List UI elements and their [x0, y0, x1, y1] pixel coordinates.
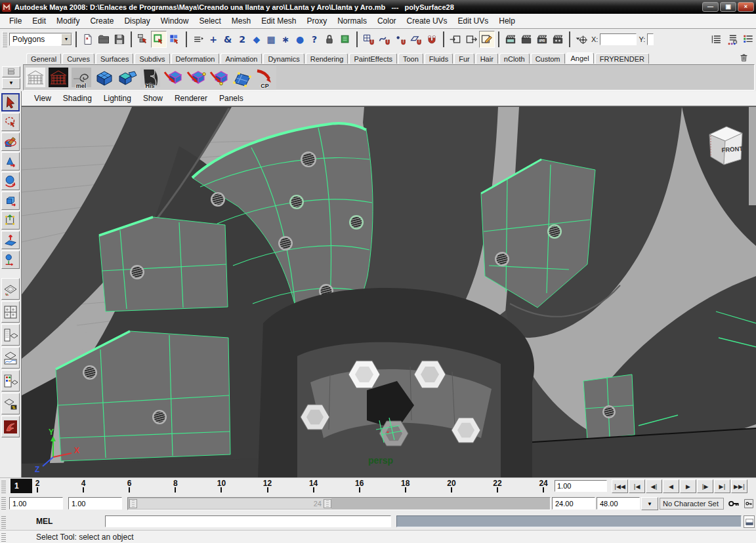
menu-edit[interactable]: Edit	[27, 15, 51, 27]
shelf-tab-general[interactable]: General	[26, 53, 61, 64]
snap-to-grids-button[interactable]	[361, 31, 377, 48]
menu-create[interactable]: Create	[85, 15, 119, 27]
fryrender-tool[interactable]	[1, 416, 20, 437]
save-scene-button[interactable]	[112, 31, 127, 48]
input-field-mode-button[interactable]	[574, 31, 589, 48]
select-by-component-button[interactable]	[167, 31, 182, 48]
animation-start-field[interactable]	[9, 497, 63, 510]
open-scene-button[interactable]	[96, 31, 112, 48]
rotate-tool[interactable]	[1, 172, 20, 190]
set-key-button[interactable]	[726, 496, 742, 511]
shelf-item-mel-script[interactable]: mel	[70, 66, 93, 89]
snap-to-planes-button[interactable]	[408, 31, 424, 48]
mask-points-toggle[interactable]: +	[206, 31, 220, 48]
shelf-tab-dynamics[interactable]: Dynamics	[263, 53, 304, 64]
mask-surfaces-toggle[interactable]: ◆	[249, 31, 264, 48]
shelf-tab-surfaces[interactable]: Surfaces	[96, 53, 133, 64]
shelf-item-architecture-red[interactable]	[47, 66, 70, 89]
selection-mask-menu-button[interactable]	[190, 31, 206, 48]
mask-misc-toggle[interactable]: ?	[307, 31, 322, 48]
menu-create-uvs[interactable]: Create UVs	[402, 15, 453, 27]
time-slider-grip[interactable]	[1, 480, 6, 493]
shelf-item-component-arrow-1[interactable]	[161, 66, 184, 89]
panel-menu-show[interactable]: Show	[137, 92, 169, 104]
mask-handles-toggle[interactable]: &	[220, 31, 235, 48]
mel-command-input[interactable]	[105, 515, 391, 527]
step-forward-key-button[interactable]: |▶	[697, 479, 713, 493]
shelf-selector-button[interactable]	[2, 66, 20, 77]
mask-curves-toggle[interactable]: 2	[235, 31, 249, 48]
select-tool[interactable]	[1, 93, 20, 111]
shelf-item-architecture-outline[interactable]	[24, 66, 47, 89]
y-coordinate-input[interactable]	[647, 33, 654, 45]
menu-modify[interactable]: Modify	[51, 15, 85, 27]
character-set-dropdown-button[interactable]: ▼	[641, 497, 658, 510]
panel-menu-view[interactable]: View	[28, 92, 57, 104]
menu-file[interactable]: File	[4, 15, 27, 27]
snap-to-curves-button[interactable]	[377, 31, 392, 48]
status-line-grip[interactable]	[2, 31, 7, 47]
menu-normals[interactable]: Normals	[332, 15, 372, 27]
panel-menu-panels[interactable]: Panels	[213, 92, 249, 104]
shelf-tab-hair[interactable]: Hair	[476, 53, 498, 64]
chevron-down-icon[interactable]: ▼	[61, 33, 72, 45]
menu-color[interactable]: Color	[372, 15, 402, 27]
range-slider-grip[interactable]	[1, 496, 6, 510]
help-line-grip[interactable]	[1, 533, 6, 543]
menu-window[interactable]: Window	[156, 15, 194, 27]
menu-proxy[interactable]: Proxy	[302, 15, 333, 27]
mask-rendering-toggle[interactable]: ●	[293, 31, 307, 48]
panel-menu-shading[interactable]: Shading	[57, 92, 98, 104]
play-forwards-button[interactable]: ▶	[680, 479, 696, 493]
layout-hypershade-persp[interactable]	[1, 370, 20, 392]
shelf-item-poly-cube[interactable]	[93, 66, 116, 89]
view-compass-cube[interactable]: FRONT	[709, 127, 744, 165]
highlight-selection-button[interactable]	[337, 31, 353, 48]
toggle-channel-box-button[interactable]	[740, 31, 756, 48]
step-forward-frame-button[interactable]: ▶|	[714, 479, 730, 493]
shelf-tab-curves[interactable]: Curves	[62, 53, 94, 64]
minimize-button[interactable]: —	[702, 2, 719, 12]
shelf-item-component-arrow-2[interactable]	[184, 66, 207, 89]
playback-range-bar[interactable]: 24	[129, 498, 331, 509]
menu-set-selector[interactable]: Polygons▼	[9, 33, 72, 46]
new-scene-button[interactable]	[80, 31, 96, 48]
input-connections-button[interactable]	[448, 31, 463, 48]
menu-help[interactable]: Help	[494, 15, 520, 27]
mask-deformations-toggle[interactable]: ▦	[264, 31, 278, 48]
trash-icon[interactable]	[736, 51, 751, 64]
menu-display[interactable]: Display	[119, 15, 155, 27]
layout-persp-hypergraph[interactable]	[1, 393, 20, 414]
animation-end-field[interactable]	[597, 497, 640, 510]
range-end-handle[interactable]	[324, 499, 331, 508]
toggle-attribute-editor-button[interactable]	[709, 31, 724, 48]
go-to-playback-end-button[interactable]: ▶▶|	[731, 479, 747, 493]
command-line-grip[interactable]	[1, 515, 6, 529]
go-to-playback-start-button[interactable]: |◀◀	[612, 479, 628, 493]
last-used-tool[interactable]	[1, 251, 20, 269]
x-coordinate-input[interactable]	[600, 33, 637, 45]
soft-modification-tool[interactable]	[1, 231, 20, 249]
mask-dynamics-toggle[interactable]: ∗	[278, 31, 293, 48]
perspective-viewport[interactable]: FRONT Y X Z persp	[22, 106, 756, 478]
current-time-field[interactable]	[555, 480, 607, 492]
play-backwards-button[interactable]: ◀	[663, 479, 679, 493]
character-set-field[interactable]: No Character Set	[660, 498, 724, 510]
shelf-item-cp[interactable]: CP	[253, 66, 276, 89]
auto-keyframe-toggle[interactable]	[742, 496, 755, 511]
layout-persp-outliner[interactable]	[1, 324, 20, 346]
shelf-tab-animation[interactable]: Animation	[220, 53, 262, 64]
menu-mesh[interactable]: Mesh	[226, 15, 256, 27]
snap-to-points-button[interactable]	[392, 31, 408, 48]
close-button[interactable]: ×	[738, 2, 754, 12]
panel-menu-renderer[interactable]: Renderer	[169, 92, 213, 104]
playback-start-field[interactable]	[68, 497, 122, 510]
shelf-menu-button[interactable]: ▼	[2, 78, 20, 89]
shelf-item-plane-vertices[interactable]	[230, 66, 253, 89]
step-back-frame-button[interactable]: |◀	[629, 479, 645, 493]
script-editor-button[interactable]	[744, 515, 755, 528]
ipr-render-button[interactable]	[534, 31, 550, 48]
scale-tool[interactable]	[1, 191, 20, 210]
shelf-item-history[interactable]: His	[138, 66, 161, 89]
construction-history-toggle[interactable]	[479, 31, 495, 48]
